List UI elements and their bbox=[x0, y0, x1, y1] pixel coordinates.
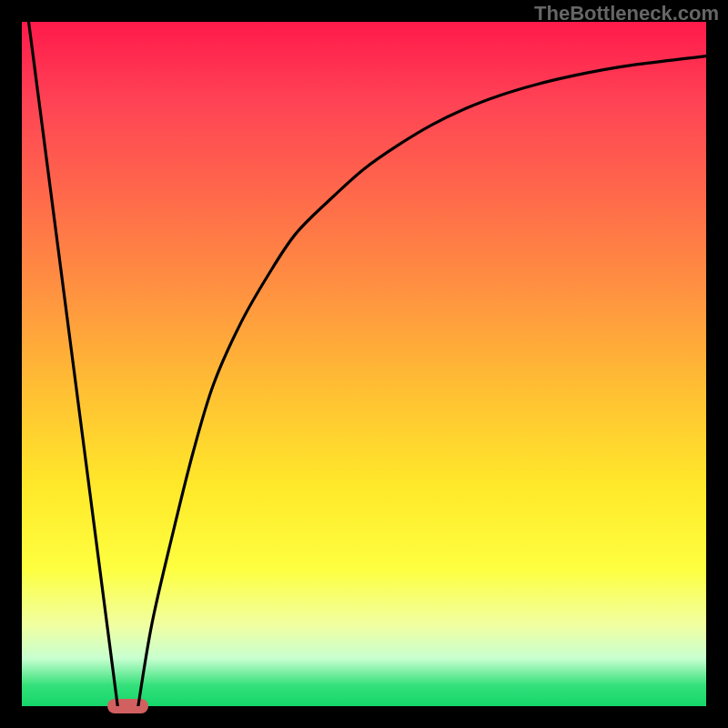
plot-area bbox=[22, 22, 706, 706]
right-leg-curve bbox=[138, 56, 706, 706]
source-link[interactable]: TheBottleneck.com bbox=[534, 2, 719, 25]
left-leg-curve bbox=[29, 22, 118, 706]
frame: TheBottleneck.com bbox=[0, 0, 728, 728]
curves-svg bbox=[22, 22, 706, 706]
